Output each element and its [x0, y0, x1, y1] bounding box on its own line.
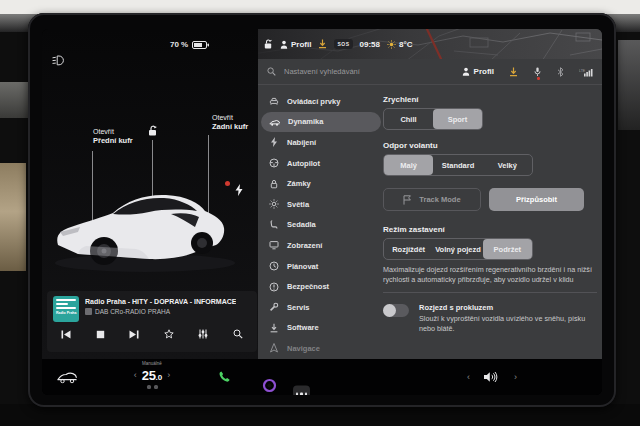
- display-icon: [269, 240, 279, 250]
- car-side-icon: [269, 117, 280, 127]
- steering-option-velky[interactable]: Velký: [483, 155, 532, 175]
- outside-temp: 8°C: [399, 40, 412, 49]
- favorite-star-icon[interactable]: [164, 329, 174, 339]
- steering-wheel-icon: [269, 158, 279, 168]
- volume-down-chevron[interactable]: ‹: [467, 373, 470, 382]
- next-track-icon[interactable]: [129, 330, 139, 339]
- media-search-icon[interactable]: [233, 329, 243, 339]
- update-available-icon[interactable]: [318, 39, 327, 49]
- sidebar-label: Ovládací prvky: [287, 97, 340, 106]
- sidebar-item-sedadla[interactable]: Sedadla: [261, 215, 381, 236]
- acceleration-option-chill[interactable]: Chill: [384, 109, 433, 129]
- steering-segmented: Malý Standard Velký: [383, 154, 533, 176]
- sidebar-label: Navigace: [287, 344, 320, 353]
- sun-icon: [387, 40, 396, 49]
- stopping-mode-description: Maximalizuje dojezd rozšířením regenerat…: [383, 265, 597, 284]
- wrench-icon: [269, 302, 279, 312]
- volume-up-chevron[interactable]: ›: [514, 373, 517, 382]
- volume-speaker-icon[interactable]: [483, 371, 498, 383]
- person-icon: [280, 40, 288, 49]
- album-art[interactable]: Radio Praha: [53, 296, 79, 322]
- acceleration-label: Zrychlení: [383, 95, 597, 104]
- unlocked-icon[interactable]: [264, 39, 273, 49]
- screen-content: 70 % Otevřít Přední kufr Otevřít Zadní k…: [42, 29, 602, 395]
- climate-control: Manuálně ‹ 25.0 ›: [124, 361, 180, 389]
- stopping-mode-label: Režim zastavení: [383, 225, 597, 234]
- sidebar-label: Dynamika: [288, 117, 323, 126]
- temperature-value[interactable]: 25.0: [142, 366, 163, 384]
- temp-increase-chevron[interactable]: ›: [167, 371, 170, 380]
- acceleration-segmented: Chill Sport: [383, 108, 483, 130]
- sidebar-item-zobrazeni[interactable]: Zobrazení: [261, 235, 381, 256]
- settings-search-row: Profil LTE: [258, 59, 602, 85]
- sidebar-item-autopilot[interactable]: Autopilot: [261, 153, 381, 174]
- slip-start-description: Slouží k vyproštění vozidla uvízlého ve …: [419, 314, 597, 333]
- sidebar-item-planovat[interactable]: Plánovat: [261, 256, 381, 277]
- sidebar-label: Software: [287, 323, 319, 332]
- sidebar-label: Zobrazení: [287, 241, 322, 250]
- sidebar-item-dynamika[interactable]: Dynamika: [261, 112, 381, 133]
- steering-option-standard[interactable]: Standard: [433, 155, 482, 175]
- open-front-trunk-button[interactable]: Otevřít Přední kufr: [93, 127, 133, 146]
- phone-app-icon[interactable]: [218, 371, 231, 384]
- slip-start-row: Rozjezd s prokluzem Slouží k vyproštění …: [383, 303, 597, 333]
- steering-option-maly[interactable]: Malý: [384, 155, 433, 175]
- sidebar-item-navigace[interactable]: Navigace: [261, 338, 381, 359]
- charge-bolt-icon[interactable]: [235, 184, 243, 196]
- radio-logo-bar: [56, 303, 68, 305]
- nav-arrow-icon: [269, 343, 279, 353]
- car-controls-button[interactable]: [56, 371, 78, 384]
- media-player[interactable]: Radio Praha Radio Praha - HITY - DOPRAVA…: [47, 291, 257, 352]
- seat-icon: [269, 220, 279, 230]
- unlock-icon[interactable]: [148, 125, 158, 136]
- sidebar-item-ovladaci-prvky[interactable]: Ovládací prvky: [261, 91, 381, 112]
- sidebar-item-bezpecnost[interactable]: Bezpečnost: [261, 276, 381, 297]
- open-rear-trunk-line2: Zadní kufr: [212, 122, 248, 131]
- sidebar-item-software[interactable]: Software: [261, 318, 381, 339]
- sidebar-label: Servis: [287, 303, 310, 312]
- stopping-option-rozjizdet[interactable]: Rozjíždět: [384, 239, 433, 259]
- microphone-icon[interactable]: [533, 67, 542, 77]
- clock-icon: [269, 261, 279, 271]
- sidebar-item-zamky[interactable]: Zámky: [261, 173, 381, 194]
- open-rear-trunk-line1: Otevřít: [212, 113, 248, 122]
- sun-icon: [269, 199, 279, 209]
- cellular-signal-icon[interactable]: LTE: [579, 67, 593, 77]
- acceleration-option-sport[interactable]: Sport: [433, 109, 482, 129]
- photo-background-top: [0, 0, 640, 14]
- sidebar-item-svetla[interactable]: Světla: [261, 194, 381, 215]
- album-art-label: Radio Praha: [56, 311, 76, 315]
- sidebar-item-nabijeni[interactable]: Nabíjení: [261, 132, 381, 153]
- more-apps-icon[interactable]: [293, 386, 310, 396]
- driver-profile-button[interactable]: Profil: [280, 40, 311, 49]
- equalizer-icon[interactable]: [198, 329, 208, 339]
- previous-track-icon[interactable]: [61, 330, 71, 339]
- track-mode-customize-button[interactable]: Přizpůsobit: [489, 188, 584, 211]
- person-icon: [462, 67, 470, 76]
- music-app-icon[interactable]: [261, 377, 602, 394]
- outside-weather: 8°C: [387, 40, 412, 49]
- seat-heater-indicators[interactable]: [124, 385, 180, 389]
- open-front-trunk-line1: Otevřít: [93, 127, 133, 136]
- open-rear-trunk-button[interactable]: Otevřít Zadní kufr: [212, 113, 248, 132]
- track-mode-label: Track Mode: [419, 195, 460, 204]
- software-update-icon[interactable]: [509, 67, 518, 77]
- flag-icon: [403, 195, 412, 205]
- mic-notification-dot: [537, 77, 540, 80]
- slip-start-toggle[interactable]: [383, 304, 409, 317]
- temp-decrease-chevron[interactable]: ‹: [134, 371, 137, 380]
- bluetooth-icon[interactable]: [557, 67, 564, 77]
- sidebar-item-servis[interactable]: Servis: [261, 297, 381, 318]
- slip-start-label: Rozjezd s prokluzem: [419, 303, 597, 312]
- track-mode-button[interactable]: Track Mode: [383, 188, 481, 211]
- battery-percent: 70 %: [170, 40, 188, 49]
- dynamics-content: Zrychlení Chill Sport Odpor volantu Malý…: [383, 85, 597, 334]
- stopping-option-volny-pojezd[interactable]: Volný pojezd: [433, 239, 482, 259]
- low-beam-headlight-icon: [52, 55, 65, 66]
- sos-badge: SOS: [334, 39, 352, 49]
- settings-search-input[interactable]: [282, 66, 426, 77]
- profile-menu-button[interactable]: Profil: [462, 67, 494, 76]
- radio-logo-bar: [56, 307, 76, 309]
- stop-icon[interactable]: [96, 330, 105, 339]
- stopping-option-podrzet[interactable]: Podržet: [483, 239, 532, 259]
